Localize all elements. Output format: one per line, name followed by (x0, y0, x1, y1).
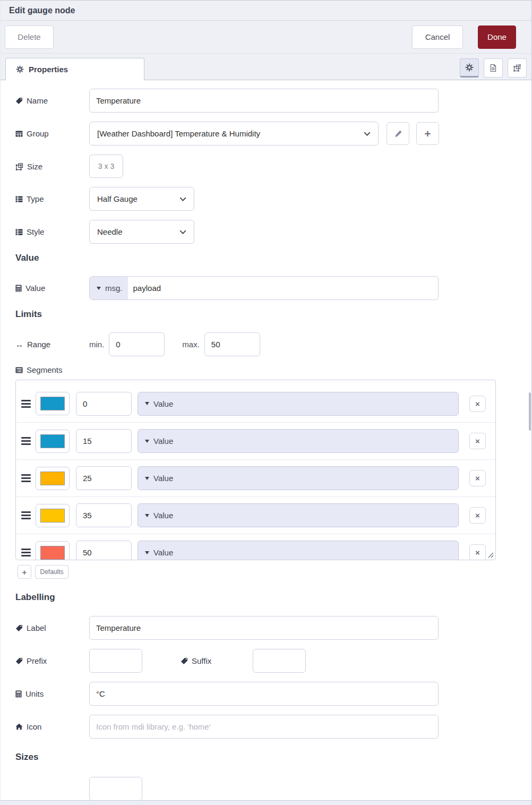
segment-value-input[interactable] (76, 466, 132, 490)
segments-list: Value × Value × Value × (15, 380, 496, 560)
calculator-icon (15, 285, 22, 292)
group-select[interactable]: [Weather Dashboard] Temperature & Humidi… (89, 122, 379, 145)
segment-value-input[interactable] (76, 392, 132, 416)
segment-color-button[interactable] (36, 467, 70, 490)
suffix-input[interactable] (253, 649, 306, 673)
tab-properties-label: Properties (29, 65, 68, 74)
appearance-toolbar-button[interactable] (508, 58, 527, 78)
tag-icon (15, 624, 23, 632)
segment-type-select[interactable]: Value (138, 392, 459, 416)
segment-type-select[interactable]: Value (138, 503, 459, 527)
label-label: Label (15, 623, 89, 632)
range-max-input[interactable] (204, 332, 260, 356)
pencil-icon (394, 130, 402, 138)
value-typed-input[interactable]: msg. payload (89, 276, 439, 300)
segment-color-button[interactable] (36, 392, 70, 415)
drag-handle-icon[interactable] (21, 437, 31, 445)
range-row: ↔Range min. max. (15, 332, 517, 356)
segments-label: Segments (15, 365, 89, 374)
tag-icon (15, 657, 23, 665)
segment-color-button[interactable] (36, 541, 70, 561)
list-icon (15, 229, 23, 235)
size-label: Size (15, 162, 89, 171)
caret-down-icon (145, 514, 149, 517)
segment-defaults-button[interactable]: Defaults (35, 565, 68, 579)
description-toolbar-button[interactable] (484, 58, 503, 78)
segment-row: Value × (16, 422, 495, 459)
home-icon (15, 723, 23, 730)
value-type-select[interactable]: msg. (90, 277, 128, 299)
drag-handle-icon[interactable] (21, 400, 31, 408)
add-segment-button[interactable]: + (18, 565, 31, 579)
segment-color-button[interactable] (36, 504, 70, 527)
edit-gauge-dialog: Edit gauge node Delete Cancel Done Prope… (0, 0, 532, 805)
caret-down-icon (145, 551, 149, 554)
segments-label-row: Segments (15, 365, 517, 374)
segment-row: Value × (16, 459, 495, 496)
sizes-partial-input[interactable] (89, 777, 142, 801)
segment-value-input[interactable] (76, 429, 132, 453)
caret-down-icon (145, 477, 149, 480)
chevron-down-icon (179, 197, 186, 201)
segment-color-button[interactable] (36, 430, 70, 453)
properties-toolbar-button[interactable] (460, 58, 479, 78)
segment-value-input[interactable] (76, 541, 132, 560)
name-label: Name (15, 96, 89, 105)
range-min-input[interactable] (109, 332, 165, 356)
type-select[interactable]: Half Gauge (89, 187, 194, 211)
remove-segment-button[interactable]: × (469, 470, 486, 486)
add-group-button[interactable]: + (416, 122, 439, 145)
segment-type-select[interactable]: Value (138, 541, 459, 560)
caret-down-icon (97, 287, 101, 290)
name-input[interactable] (89, 89, 439, 113)
segment-color-swatch (40, 546, 65, 560)
table-icon (15, 131, 23, 137)
segment-value-input[interactable] (76, 503, 132, 527)
done-button[interactable]: Done (478, 25, 516, 49)
segment-type-select[interactable]: Value (138, 466, 459, 490)
segment-type-label: Value (153, 511, 173, 520)
drag-handle-icon[interactable] (21, 511, 31, 519)
segment-type-select[interactable]: Value (138, 429, 459, 453)
cancel-button[interactable]: Cancel (412, 25, 463, 49)
plus-icon: + (424, 128, 431, 139)
remove-segment-button[interactable]: × (469, 507, 486, 524)
drag-handle-icon[interactable] (21, 549, 31, 556)
segment-type-label: Value (153, 548, 173, 557)
segment-row: Value × (16, 534, 495, 560)
style-select[interactable]: Needle (89, 220, 194, 244)
button-bar: Delete Cancel Done (1, 21, 531, 54)
icon-label: Icon (15, 722, 89, 731)
units-input[interactable] (89, 682, 439, 706)
resize-handle[interactable] (486, 551, 494, 558)
tag-icon (15, 97, 23, 105)
remove-segment-button[interactable]: × (469, 396, 486, 412)
segments-rows: Value × Value × Value × (16, 385, 495, 560)
segments-actions: + Defaults (18, 565, 531, 579)
remove-segment-button[interactable]: × (469, 433, 486, 449)
tab-properties[interactable]: Properties (5, 58, 144, 80)
chevron-down-icon (179, 230, 186, 234)
icon-input[interactable] (89, 715, 439, 739)
remove-segment-button[interactable]: × (469, 544, 486, 560)
segment-color-swatch (40, 472, 65, 485)
segment-type-label: Value (153, 474, 173, 483)
segments-icon (15, 367, 23, 373)
type-row: Type Half Gauge (15, 187, 517, 211)
caret-down-icon (145, 402, 149, 405)
segment-color-swatch (40, 397, 65, 410)
delete-button[interactable]: Delete (5, 25, 54, 49)
properties-form: Name Group [Weather Dashboard] Temperatu… (1, 80, 531, 801)
style-select-value: Needle (97, 227, 123, 236)
label-row: Label (15, 616, 517, 640)
prefix-input[interactable] (89, 649, 142, 673)
group-select-value: [Weather Dashboard] Temperature & Humidi… (97, 129, 260, 138)
drag-handle-icon[interactable] (21, 474, 31, 482)
size-value-button[interactable]: 3 x 3 (89, 155, 123, 178)
edit-group-button[interactable] (387, 122, 409, 145)
min-label: min. (89, 340, 104, 349)
type-label: Type (15, 194, 89, 203)
size-row: Size 3 x 3 (15, 155, 517, 178)
label-input[interactable] (89, 616, 439, 640)
scrollbar-thumb[interactable] (529, 392, 531, 431)
